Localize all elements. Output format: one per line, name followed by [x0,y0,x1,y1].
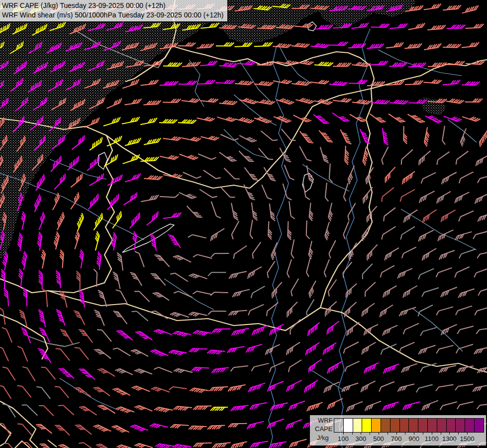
legend-tick-label: 500 [373,435,384,443]
legend-model-label: WRF [318,417,333,424]
legend-color-cell [381,418,390,433]
legend-color-cell [399,418,409,433]
legend-tick [343,432,344,435]
legend-tick-label: 1100 [425,435,439,443]
legend-color-cell [353,418,363,433]
legend-color-cell [465,418,475,433]
legend-units-label: J/kg [317,434,329,442]
legend-color-cell [437,418,447,433]
legend-tick [441,432,441,435]
legend-colorbar [334,418,484,432]
legend-tick [432,432,432,435]
legend-tick [370,432,370,435]
legend-color-cell [446,418,456,433]
legend-tick [458,432,459,435]
title-line-windshear: WRF Wind shear (m/s) 500/1000hPa Tuesday… [2,10,224,20]
cape-legend: WRF CAPE J/kg 10030050070090011001300150… [309,415,487,446]
legend-color-cell [343,418,353,433]
legend-tick [414,432,414,435]
legend-tick-label: 300 [356,435,367,443]
legend-color-cell [474,418,484,433]
legend-color-cell [418,418,428,433]
title-line-cape: WRF CAPE (J/kg) Tuesday 23-09-2025 00:00… [2,1,224,10]
weather-map-stage: WRF CAPE (J/kg) Tuesday 23-09-2025 00:00… [0,0,487,448]
legend-color-cell [427,418,437,433]
legend-color-cell [390,418,400,433]
legend-color-cell [334,418,344,433]
legend-tick [361,432,361,435]
legend-tick [352,432,353,435]
legend-tick-label: 1500 [460,435,475,443]
legend-tick [388,432,388,435]
legend-tick [467,432,468,435]
legend-tick-label: 100 [338,435,349,443]
legend-tick-label: 1300 [442,435,457,443]
legend-tick [423,432,423,435]
weather-map-canvas [0,0,487,448]
legend-field-label: CAPE [315,425,332,433]
legend-tick-label: 700 [391,435,402,443]
legend-tick [379,432,379,435]
legend-color-cell [408,418,418,433]
legend-tick [396,432,397,435]
legend-color-cell [371,418,381,433]
legend-color-cell [362,418,372,433]
legend-tick [449,432,450,435]
legend-color-cell [455,418,465,433]
legend-tick-label: 900 [408,435,419,443]
legend-tick [405,432,405,435]
title-box: WRF CAPE (J/kg) Tuesday 23-09-2025 00:00… [0,0,228,22]
